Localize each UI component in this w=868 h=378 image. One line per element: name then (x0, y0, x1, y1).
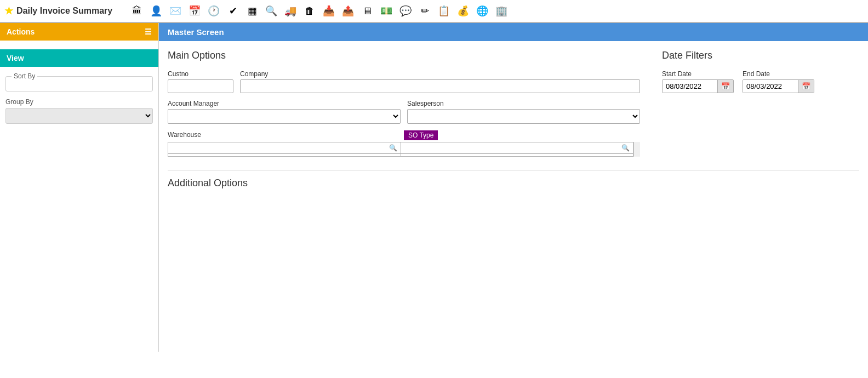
chat-icon[interactable]: 💬 (397, 2, 414, 20)
warehouse-label-wrap: Warehouse (168, 130, 404, 140)
group-by-section: Group By (5, 98, 153, 124)
main-options-row: Main Options Custno Company (168, 50, 859, 165)
dollar-icon[interactable]: 💵 (378, 2, 395, 20)
sotype-list (401, 154, 633, 156)
group-by-label: Group By (5, 98, 153, 106)
view-title: View (7, 54, 24, 62)
bank-icon[interactable]: 🏛 (128, 2, 146, 20)
clock-icon[interactable]: 🕐 (205, 2, 222, 20)
main-layout: Actions ☰ View Sort By Group By Master S… (0, 23, 868, 352)
custno-label: Custno (168, 70, 233, 78)
truck-icon[interactable]: 🚚 (282, 2, 299, 20)
date-row: Start Date 📅 End Date 📅 (662, 70, 859, 93)
additional-options-section: Additional Options (168, 170, 859, 189)
start-date-input[interactable] (663, 80, 717, 93)
sotype-search-row: 🔍 (401, 142, 633, 154)
warehouse-search-input[interactable] (172, 144, 387, 152)
sort-by-legend: Sort By (12, 72, 37, 80)
notes-icon[interactable]: 📋 (435, 2, 453, 20)
master-screen-header: Master Screen (159, 23, 868, 41)
end-date-wrap: 📅 (743, 79, 814, 93)
envelope-icon[interactable]: ✉️ (167, 2, 184, 20)
content-body: Main Options Custno Company (159, 41, 868, 352)
inbox-down-icon[interactable]: 📥 (320, 2, 338, 20)
dollar2-icon[interactable]: 💰 (454, 2, 472, 20)
end-date-label: End Date (743, 70, 814, 78)
custno-input[interactable] (168, 79, 233, 93)
checkmark-icon[interactable]: ✔ (224, 2, 242, 20)
globe-icon[interactable]: 🌐 (473, 2, 491, 20)
inbox-up-icon[interactable]: 📤 (339, 2, 357, 20)
start-date-field: Start Date 📅 (662, 70, 734, 93)
start-date-wrap: 📅 (662, 79, 734, 93)
company-input[interactable] (240, 79, 640, 93)
sotype-search-input[interactable] (404, 144, 620, 152)
start-date-label: Start Date (662, 70, 734, 78)
custno-field: Custno (168, 70, 233, 93)
trash-icon[interactable]: 🗑 (301, 2, 318, 20)
sotype-label-wrap: SO Type (404, 130, 640, 142)
acct-mgr-salesperson-row: Account Manager Salesperson (168, 100, 640, 124)
warehouse-panel: 🔍 (168, 142, 401, 157)
checklist-panels: 🔍 🔍 (168, 142, 640, 157)
sidebar: Actions ☰ View Sort By Group By (0, 23, 159, 352)
warehouse-search-icon: 🔍 (389, 144, 397, 152)
master-screen-title: Master Screen (168, 27, 224, 37)
content-area: Master Screen Main Options Custno Compan… (159, 23, 868, 352)
group-by-select[interactable] (5, 108, 153, 124)
actions-menu-icon[interactable]: ☰ (145, 27, 152, 36)
sotype-search-icon: 🔍 (621, 144, 630, 152)
date-filters-area: Date Filters Start Date 📅 End Date (662, 50, 859, 165)
account-manager-select[interactable] (168, 109, 401, 124)
monitor-icon[interactable]: 🖥 (358, 2, 376, 20)
actions-header: Actions ☰ (0, 23, 158, 41)
grid-icon[interactable]: ▦ (243, 2, 261, 20)
date-filters-title: Date Filters (662, 50, 859, 61)
sidebar-actions-body (0, 41, 158, 49)
account-manager-field: Account Manager (168, 100, 401, 124)
company-field: Company (240, 70, 640, 93)
start-date-calendar-icon[interactable]: 📅 (717, 80, 733, 93)
warehouse-list (168, 154, 401, 156)
warehouse-label: Warehouse (168, 131, 201, 139)
sort-by-group: Sort By (5, 72, 153, 91)
app-title: Daily Invoice Summary (16, 6, 112, 16)
warehouse-sotype-labels-row: Warehouse SO Type (168, 130, 640, 142)
so-type-label: SO Type (404, 130, 438, 140)
company-label: Company (240, 70, 640, 78)
person-icon[interactable]: 👤 (147, 2, 165, 20)
main-options-title: Main Options (168, 50, 640, 61)
sidebar-view-body: Sort By Group By (0, 67, 158, 129)
warehouse-search-row: 🔍 (168, 142, 401, 154)
main-options-area: Main Options Custno Company (168, 50, 640, 165)
additional-options-title: Additional Options (168, 177, 859, 189)
end-date-input[interactable] (743, 80, 798, 93)
end-date-field: End Date 📅 (743, 70, 814, 93)
checklist-scrollbar[interactable] (633, 142, 640, 157)
app-header: ★ Daily Invoice Summary 🏛👤✉️📅🕐✔▦🔍🚚🗑📥📤🖥💵💬… (0, 0, 868, 22)
favorite-star-icon[interactable]: ★ (4, 5, 13, 17)
salesperson-label: Salesperson (407, 100, 640, 107)
app-title-area: ★ Daily Invoice Summary (4, 5, 125, 17)
search-icon[interactable]: 🔍 (262, 2, 280, 20)
actions-title: Actions (7, 27, 35, 36)
pen-icon[interactable]: ✏ (416, 2, 433, 20)
salesperson-select[interactable] (407, 109, 640, 124)
account-manager-label: Account Manager (168, 100, 401, 107)
calendar-16-icon[interactable]: 📅 (186, 2, 203, 20)
custno-company-row: Custno Company (168, 70, 640, 93)
sotype-panel: 🔍 (401, 142, 634, 157)
toolbar: 🏛👤✉️📅🕐✔▦🔍🚚🗑📥📤🖥💵💬✏📋💰🌐🏢 (128, 2, 510, 20)
view-header: View (0, 49, 158, 67)
end-date-calendar-icon[interactable]: 📅 (798, 80, 814, 93)
salesperson-field: Salesperson (407, 100, 640, 124)
building-icon[interactable]: 🏢 (493, 2, 510, 20)
